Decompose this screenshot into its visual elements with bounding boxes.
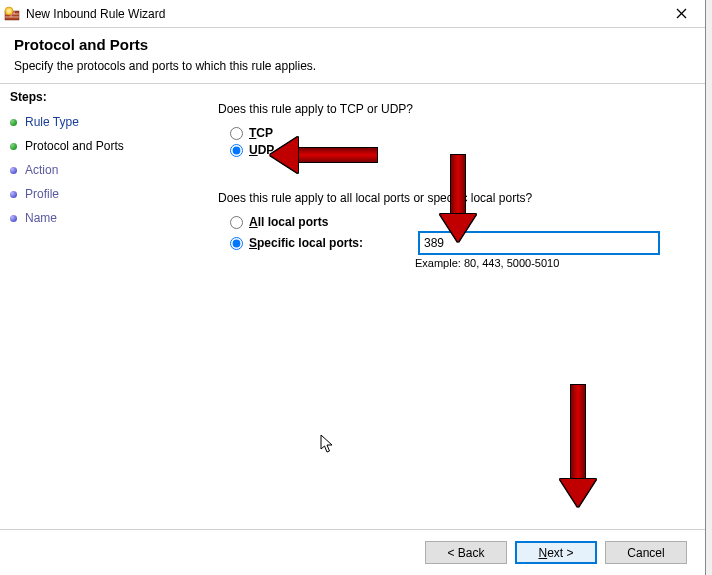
steps-sidebar: Steps: Rule Type Protocol and Ports Acti…	[0, 84, 190, 538]
close-button[interactable]	[661, 0, 701, 28]
ports-example: Example: 80, 443, 5000-5010	[415, 257, 665, 269]
wizard-window: New Inbound Rule Wizard Protocol and Por…	[0, 0, 706, 575]
step-protocol-and-ports[interactable]: Protocol and Ports	[10, 134, 190, 158]
specific-ports-radio[interactable]	[230, 237, 243, 250]
steps-heading: Steps:	[10, 90, 190, 104]
step-action[interactable]: Action	[10, 158, 190, 182]
udp-label: UDP	[249, 143, 274, 157]
back-button[interactable]: < Back	[425, 541, 507, 564]
all-ports-label: All local ports	[249, 215, 419, 229]
cancel-button[interactable]: Cancel	[605, 541, 687, 564]
annotation-arrow-next	[560, 384, 596, 507]
bullet-icon	[10, 119, 17, 126]
page-subtitle: Specify the protocols and ports to which…	[14, 59, 691, 73]
svg-point-7	[7, 8, 11, 12]
step-label: Protocol and Ports	[25, 139, 124, 153]
step-rule-type[interactable]: Rule Type	[10, 110, 190, 134]
next-button[interactable]: Next >	[515, 541, 597, 564]
specific-ports-label: Specific local ports:	[249, 236, 419, 250]
protocol-tcp-row[interactable]: TCP	[230, 126, 665, 140]
step-name[interactable]: Name	[10, 206, 190, 230]
cursor-icon	[320, 434, 336, 457]
step-label: Name	[25, 211, 57, 225]
step-label: Profile	[25, 187, 59, 201]
all-ports-radio[interactable]	[230, 216, 243, 229]
titlebar: New Inbound Rule Wizard	[0, 0, 705, 28]
protocol-question: Does this rule apply to TCP or UDP?	[218, 102, 665, 116]
tcp-label: TCP	[249, 126, 273, 140]
step-label: Rule Type	[25, 115, 79, 129]
firewall-icon	[4, 6, 20, 22]
step-profile[interactable]: Profile	[10, 182, 190, 206]
bullet-icon	[10, 215, 17, 222]
page-title: Protocol and Ports	[14, 36, 691, 53]
wizard-content: Does this rule apply to TCP or UDP? TCP …	[190, 84, 705, 538]
wizard-footer: < Back Next > Cancel	[0, 529, 705, 575]
protocol-udp-row[interactable]: UDP	[230, 143, 665, 157]
wizard-header: Protocol and Ports Specify the protocols…	[0, 28, 705, 84]
bullet-icon	[10, 167, 17, 174]
specific-ports-input[interactable]	[419, 232, 659, 254]
step-label: Action	[25, 163, 58, 177]
bullet-icon	[10, 191, 17, 198]
udp-radio[interactable]	[230, 144, 243, 157]
tcp-radio[interactable]	[230, 127, 243, 140]
ports-question: Does this rule apply to all local ports …	[218, 191, 665, 205]
ports-specific-row[interactable]: Specific local ports:	[230, 232, 665, 254]
bullet-icon	[10, 143, 17, 150]
ports-all-row[interactable]: All local ports	[230, 215, 665, 229]
window-title: New Inbound Rule Wizard	[26, 7, 661, 21]
